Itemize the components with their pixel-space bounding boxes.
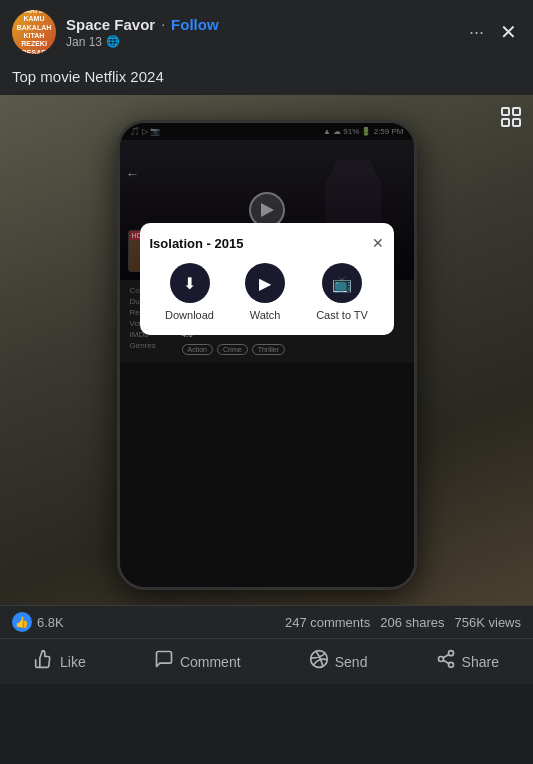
comments-count: 247 comments — [285, 615, 370, 630]
expand-icon[interactable] — [499, 105, 523, 134]
svg-rect-3 — [513, 119, 520, 126]
post-header: HARI INI KAMUBAKALAH KITAHREZEKI BESAR S… — [0, 0, 533, 64]
dialog-title: Isolation - 2015 — [150, 236, 244, 251]
phone-screen: 🎵 ▷ 📷 ▲ ☁ 91% 🔋 2:59 PM ← HD↑ — [120, 123, 414, 587]
dialog-header: Isolation - 2015 ✕ — [150, 235, 384, 251]
author-name: Space Favor — [66, 16, 155, 33]
author-row: Space Favor · Follow — [66, 16, 455, 33]
download-action[interactable]: ⬇ Download — [165, 263, 214, 321]
svg-rect-0 — [502, 108, 509, 115]
share-button[interactable]: Share — [424, 641, 511, 682]
watch-action[interactable]: ▶ Watch — [245, 263, 285, 321]
svg-line-8 — [443, 660, 449, 663]
date-text: Jan 13 — [66, 35, 102, 49]
more-options-button[interactable]: ··· — [465, 18, 488, 47]
like-action-icon — [34, 649, 54, 674]
engagement-bar: 👍 6.8K 247 comments 206 shares 756K view… — [0, 605, 533, 639]
dialog-actions: ⬇ Download ▶ Watch 📺 Cast to TV — [150, 263, 384, 321]
dialog-overlay — [120, 123, 414, 587]
action-bar: Like Comment Send Share — [0, 639, 533, 684]
views-count: 756K views — [455, 615, 521, 630]
media-container: 🎵 ▷ 📷 ▲ ☁ 91% 🔋 2:59 PM ← HD↑ — [0, 95, 533, 605]
comment-action-label: Comment — [180, 654, 241, 670]
download-icon-circle: ⬇ — [170, 263, 210, 303]
like-count: 6.8K — [37, 615, 64, 630]
watch-label: Watch — [250, 309, 281, 321]
globe-icon: 🌐 — [106, 35, 120, 48]
svg-line-9 — [443, 654, 449, 657]
dialog-close-button[interactable]: ✕ — [372, 235, 384, 251]
post-date: Jan 13 🌐 — [66, 35, 455, 49]
download-label: Download — [165, 309, 214, 321]
phone-background: 🎵 ▷ 📷 ▲ ☁ 91% 🔋 2:59 PM ← HD↑ — [0, 95, 533, 605]
avatar-image: HARI INI KAMUBAKALAH KITAHREZEKI BESAR — [12, 10, 56, 54]
close-button[interactable]: ✕ — [496, 16, 521, 48]
avatar[interactable]: HARI INI KAMUBAKALAH KITAHREZEKI BESAR — [12, 10, 56, 54]
comment-button[interactable]: Comment — [142, 641, 253, 682]
send-button[interactable]: Send — [297, 641, 380, 682]
cast-icon-circle: 📺 — [322, 263, 362, 303]
post-title: Top movie Netflix 2024 — [0, 64, 533, 95]
engagement-stats: 247 comments 206 shares 756K views — [285, 615, 521, 630]
like-badge: 👍 6.8K — [12, 612, 64, 632]
send-action-label: Send — [335, 654, 368, 670]
comment-action-icon — [154, 649, 174, 674]
phone-frame: 🎵 ▷ 📷 ▲ ☁ 91% 🔋 2:59 PM ← HD↑ — [117, 120, 417, 590]
cast-label: Cast to TV — [316, 309, 368, 321]
like-action-label: Like — [60, 654, 86, 670]
separator: · — [161, 16, 165, 32]
like-icon-circle: 👍 — [12, 612, 32, 632]
watch-icon-circle: ▶ — [245, 263, 285, 303]
header-actions: ··· ✕ — [465, 16, 521, 48]
post-meta: Space Favor · Follow Jan 13 🌐 — [66, 16, 455, 49]
share-action-label: Share — [462, 654, 499, 670]
share-action-icon — [436, 649, 456, 674]
svg-rect-2 — [502, 119, 509, 126]
cast-action[interactable]: 📺 Cast to TV — [316, 263, 368, 321]
svg-rect-1 — [513, 108, 520, 115]
follow-button[interactable]: Follow — [171, 16, 219, 33]
like-button[interactable]: Like — [22, 641, 98, 682]
send-action-icon — [309, 649, 329, 674]
dialog-box: Isolation - 2015 ✕ ⬇ Download ▶ Watch — [140, 223, 394, 335]
shares-count: 206 shares — [380, 615, 444, 630]
